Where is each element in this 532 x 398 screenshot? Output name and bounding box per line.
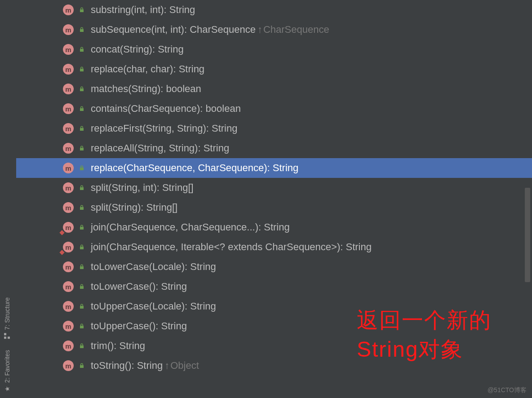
lock-icon [78,243,85,251]
method-signature: replace(CharSequence, CharSequence): Str… [91,162,298,174]
method-row[interactable]: mcontains(CharSequence): boolean [16,99,532,119]
svg-rect-0 [4,337,6,339]
method-row[interactable]: mreplaceAll(String, String): String [16,138,532,158]
lock-icon [78,164,85,172]
lock-icon [78,204,85,211]
method-signature: replaceAll(String, String): String [91,142,229,154]
favorites-label: 2: Favorites [4,350,11,383]
scrollbar-thumb[interactable] [525,188,530,282]
method-row[interactable]: mjoin(CharSequence, CharSequence...): St… [16,217,532,237]
lock-icon [78,184,85,191]
method-row[interactable]: mreplace(CharSequence, CharSequence): St… [16,158,532,178]
method-signature: toUpperCase(): String [91,320,187,332]
inherited-from: ↑CharSequence [257,24,329,35]
method-icon: m [63,103,74,114]
up-arrow-icon: ↑ [257,24,262,35]
method-row[interactable]: mjoin(CharSequence, Iterable<? extends C… [16,237,532,257]
lock-icon [78,6,85,13]
method-row[interactable]: msubstring(int, int): String [16,0,532,20]
svg-rect-2 [8,337,10,339]
structure-panel: msubstring(int, int): StringmsubSequence… [16,0,532,398]
method-icon: m [63,123,74,134]
up-arrow-icon: ↑ [164,360,169,371]
lock-icon [78,303,85,310]
lock-icon [78,125,85,132]
method-row[interactable]: mreplaceFirst(String, String): String [16,119,532,138]
method-icon: m [63,182,74,193]
method-icon: m [63,341,74,351]
method-signature: concat(String): String [91,44,184,55]
annotation-line2: String对象 [357,335,492,364]
method-row[interactable]: msubSequence(int, int): CharSequence↑Cha… [16,20,532,40]
method-icon: m [63,143,74,154]
method-icon: m [63,242,74,252]
method-row[interactable]: msplit(String): String[] [16,198,532,217]
method-signature: substring(int, int): String [91,4,195,16]
watermark: @51CTO博客 [488,386,527,394]
lock-icon [78,85,85,93]
method-icon: m [63,261,74,272]
lock-icon [78,66,85,73]
lock-icon [78,283,85,290]
structure-label: 7: Structure [4,297,11,330]
method-signature: subSequence(int, int): CharSequence [91,24,256,35]
method-icon: m [63,360,74,371]
method-icon: m [63,4,74,15]
method-signature: toUpperCase(Locale): String [91,301,216,312]
method-signature: split(String): String[] [91,202,177,213]
method-signature: matches(String): boolean [91,83,201,95]
method-signature: join(CharSequence, CharSequence...): Str… [91,221,290,233]
method-icon: m [63,281,74,292]
lock-icon [78,263,85,270]
lock-icon [78,145,85,152]
svg-rect-1 [4,333,6,336]
lock-icon [78,362,85,369]
structure-tool-button[interactable]: 7: Structure [2,292,13,344]
lock-icon [78,323,85,330]
lock-icon [78,105,85,112]
method-row[interactable]: mreplace(char, char): String [16,59,532,79]
method-icon: m [63,202,74,213]
method-signature: replace(char, char): String [91,63,204,75]
method-icon: m [63,222,74,233]
method-signature: toLowerCase(Locale): String [91,261,216,273]
method-icon: m [63,64,74,75]
method-row[interactable]: mconcat(String): String [16,40,532,59]
annotation-line1: 返回一个新的 [357,306,492,335]
method-row[interactable]: mtoLowerCase(Locale): String [16,257,532,277]
method-signature: split(String, int): String[] [91,182,194,194]
lock-icon [78,26,85,33]
method-signature: join(CharSequence, Iterable<? extends Ch… [91,241,372,253]
lock-icon [78,342,85,349]
method-icon: m [63,321,74,332]
method-row[interactable]: mmatches(String): boolean [16,79,532,99]
method-signature: contains(CharSequence): boolean [91,103,241,115]
structure-icon [4,332,10,340]
method-row[interactable]: mtoLowerCase(): String [16,277,532,296]
method-row[interactable]: msplit(String, int): String[] [16,178,532,198]
method-icon: m [63,44,74,55]
method-signature: toLowerCase(): String [91,281,187,292]
method-icon: m [63,84,74,94]
tool-window-sidebar: 7: Structure ★ 2: Favorites [0,0,14,398]
method-signature: toString(): String [91,360,163,371]
inherited-from: ↑Object [164,360,199,371]
annotation-text: 返回一个新的 String对象 [357,306,492,364]
favorites-tool-button[interactable]: ★ 2: Favorites [2,345,13,398]
method-signature: trim(): String [91,340,145,352]
star-icon: ★ [4,385,11,393]
method-signature: replaceFirst(String, String): String [91,123,237,134]
method-icon: m [63,24,74,35]
lock-icon [78,224,85,231]
method-icon: m [63,301,74,312]
method-icon: m [63,163,74,173]
lock-icon [78,46,85,53]
